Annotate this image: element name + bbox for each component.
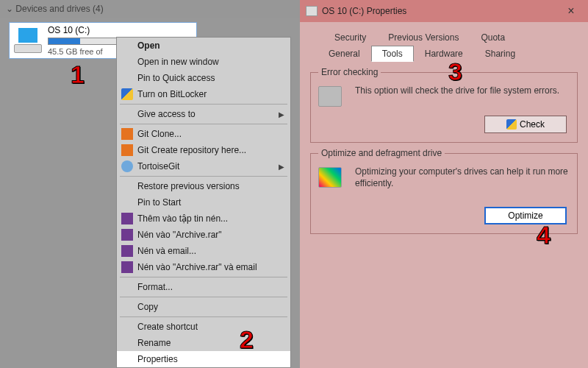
menu-item-label: Nén và email... xyxy=(137,246,196,256)
menu-item-label: Copy xyxy=(137,302,158,312)
menu-item-label: TortoiseGit xyxy=(137,161,179,171)
group-title: Error checking xyxy=(318,67,381,77)
rar-icon xyxy=(121,245,133,257)
drive-check-icon xyxy=(318,86,342,107)
menu-item[interactable]: Nén và email... xyxy=(117,243,290,259)
menu-item-label: Pin to Start xyxy=(137,197,181,208)
menu-item-label: Rename xyxy=(137,338,171,348)
callout-4: 4 xyxy=(537,221,551,250)
menu-item[interactable]: Give access to▶ xyxy=(117,106,290,122)
menu-separator xyxy=(120,124,287,124)
button-label: Optimize xyxy=(508,210,542,221)
menu-item-label: Pin to Quick access xyxy=(137,73,215,83)
menu-item-label: Restore previous versions xyxy=(137,181,240,191)
menu-item-label: Properties xyxy=(137,354,178,364)
tab-sharing[interactable]: Sharing xyxy=(474,46,526,62)
close-icon[interactable]: × xyxy=(560,4,582,18)
git-icon xyxy=(121,128,133,140)
shield-icon xyxy=(506,119,517,130)
group-desc: Optimizing your computer's drives can he… xyxy=(355,166,568,189)
menu-item[interactable]: TortoiseGit▶ xyxy=(117,158,290,174)
tab-quota[interactable]: Quota xyxy=(470,29,516,46)
menu-separator xyxy=(120,316,287,317)
chevron-right-icon: ▶ xyxy=(279,110,284,118)
optimize-icon xyxy=(318,167,342,188)
optimize-button[interactable]: Optimize xyxy=(484,207,567,224)
devices-drives-header[interactable]: ⌄ Devices and drives (4) xyxy=(0,0,300,18)
chevron-right-icon: ▶ xyxy=(279,163,284,171)
menu-item[interactable]: Pin to Start xyxy=(117,194,290,210)
tab-general[interactable]: General xyxy=(318,46,371,62)
menu-separator xyxy=(120,104,287,105)
callout-3: 3 xyxy=(448,57,462,86)
menu-item[interactable]: Create shortcut xyxy=(117,319,290,335)
section-title: Devices and drives (4) xyxy=(15,4,103,14)
menu-item[interactable]: Nén vào "Archive.rar" xyxy=(117,227,290,243)
menu-separator xyxy=(120,297,287,297)
menu-item-label: Nén vào "Archive.rar" và email xyxy=(137,262,257,272)
menu-item[interactable]: Open in new window xyxy=(117,54,290,70)
menu-item[interactable]: Nén vào "Archive.rar" và email xyxy=(117,259,290,275)
menu-item[interactable]: Rename xyxy=(117,335,290,351)
tab-tools[interactable]: Tools xyxy=(371,46,414,62)
rar-icon xyxy=(121,213,133,224)
dialog-title: OS 10 (C:) Properties xyxy=(322,6,406,16)
menu-item-label: Create shortcut xyxy=(137,322,198,332)
error-checking-group: Error checking This option will check th… xyxy=(310,72,578,143)
tab-previous-versions[interactable]: Previous Versions xyxy=(377,29,470,46)
drive-context-menu: OpenOpen in new windowPin to Quick acces… xyxy=(116,37,291,368)
tab-security[interactable]: Security xyxy=(323,29,377,46)
menu-item-label: Open in new window xyxy=(137,57,219,67)
menu-item[interactable]: Restore previous versions xyxy=(117,178,290,194)
menu-item-label: Turn on BitLocker xyxy=(137,89,207,99)
properties-dialog: OS 10 (C:) Properties × SecurityPrevious… xyxy=(300,0,588,368)
explorer-pane: ⌄ Devices and drives (4) OS 10 (C:) 45.5… xyxy=(0,0,300,368)
menu-item[interactable]: Git Create repository here... xyxy=(117,142,290,158)
group-desc: This option will check the drive for fil… xyxy=(355,85,568,96)
menu-item-label: Nén vào "Archive.rar" xyxy=(137,230,222,240)
menu-separator xyxy=(120,277,287,277)
tort-icon xyxy=(121,160,133,172)
tab-hardware[interactable]: Hardware xyxy=(414,46,474,62)
drive-label: OS 10 (C:) xyxy=(48,25,180,35)
menu-item-label: Format... xyxy=(137,282,173,292)
menu-item-label: Git Clone... xyxy=(137,129,182,139)
rar-icon xyxy=(121,261,133,273)
dialog-tabs: SecurityPrevious VersionsQuota GeneralTo… xyxy=(310,29,578,62)
callout-1: 1 xyxy=(71,60,85,89)
drive-icon xyxy=(306,6,318,16)
menu-item[interactable]: Thêm vào tập tin nén... xyxy=(117,210,290,227)
rar-icon xyxy=(121,229,133,241)
button-label: Check xyxy=(520,119,545,130)
callout-2: 2 xyxy=(240,325,254,354)
menu-item[interactable]: Turn on BitLocker xyxy=(117,86,290,102)
drive-icon xyxy=(14,26,42,54)
menu-item-label: Thêm vào tập tin nén... xyxy=(137,213,228,224)
menu-item[interactable]: Copy xyxy=(117,299,290,315)
shield-icon xyxy=(121,88,133,100)
menu-separator xyxy=(120,176,287,177)
chevron-down-icon: ⌄ xyxy=(6,0,13,18)
git-icon xyxy=(121,144,133,156)
menu-item[interactable]: Properties xyxy=(117,351,290,367)
menu-item[interactable]: Format... xyxy=(117,279,290,295)
menu-item-label: Git Create repository here... xyxy=(137,145,246,155)
menu-item-label: Open xyxy=(137,40,160,51)
menu-item[interactable]: Pin to Quick access xyxy=(117,70,290,86)
menu-item[interactable]: Open xyxy=(117,38,290,54)
dialog-titlebar[interactable]: OS 10 (C:) Properties × xyxy=(300,0,588,22)
menu-item-label: Give access to xyxy=(137,109,196,119)
menu-item[interactable]: Git Clone... xyxy=(117,126,290,142)
group-title: Optimize and defragment drive xyxy=(318,148,445,158)
check-button[interactable]: Check xyxy=(484,116,567,133)
